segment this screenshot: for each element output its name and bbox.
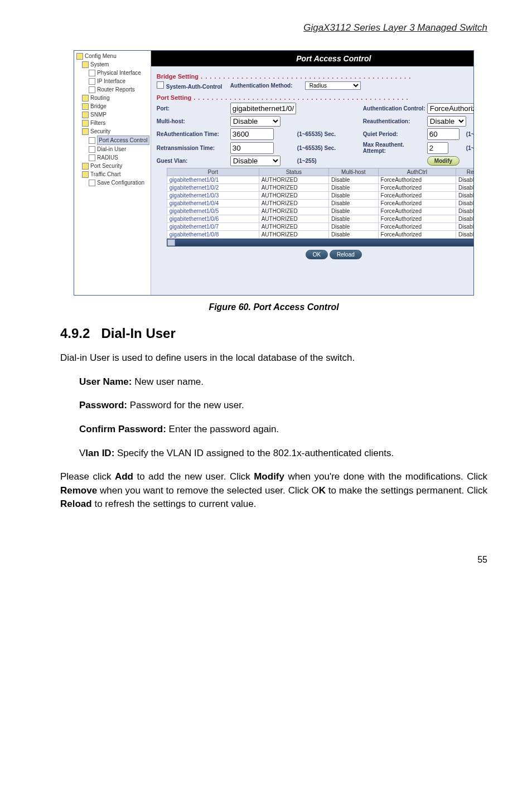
th-status[interactable]: Status <box>259 168 328 176</box>
port-section-title: Port Setting . . . . . . . . . . . . . .… <box>157 94 474 101</box>
table-cell: Disable <box>328 184 378 192</box>
figure-caption: Figure 60. Port Access Control <box>60 302 487 312</box>
table-cell: ForceAuthorized <box>378 231 456 239</box>
auth-control-label: Authentication Control: <box>363 105 427 112</box>
table-cell: Disable <box>456 223 474 231</box>
th-authctrl[interactable]: AuthCtrl <box>378 168 456 176</box>
guest-vlan-select[interactable]: Disable <box>230 156 280 166</box>
auth-method-select[interactable]: Radius <box>305 81 361 90</box>
scroll-left-icon[interactable] <box>167 239 175 246</box>
tree-dial-in-user[interactable]: Dial-in User <box>76 145 149 153</box>
bridge-section-title: Bridge Setting . . . . . . . . . . . . .… <box>157 73 474 80</box>
table-cell: AUTHORIZED <box>259 231 328 239</box>
table-row[interactable]: gigabitethernet1/0/6AUTHORIZEDDisableFor… <box>167 215 474 223</box>
retrans-time-unit: (1~65535) Sec. <box>297 145 363 151</box>
tree-save-configuration[interactable]: Save Configuration <box>76 178 149 187</box>
folder-icon <box>82 128 89 135</box>
quiet-period-input[interactable] <box>427 128 460 140</box>
table-row[interactable]: gigabitethernet1/0/8AUTHORIZEDDisableFor… <box>167 231 474 239</box>
port-table: Port Status Multi-host AuthCtrl ReAuth g… <box>167 168 474 246</box>
folder-icon <box>82 61 89 68</box>
folder-icon <box>82 120 89 127</box>
table-cell: gigabitethernet1/0/8 <box>167 231 259 239</box>
th-reauth[interactable]: ReAuth <box>456 168 474 176</box>
tree-snmp[interactable]: SNMP <box>76 110 149 119</box>
table-cell: gigabitethernet1/0/1 <box>167 176 259 184</box>
tree-routing[interactable]: Routing <box>76 94 149 102</box>
quiet-period-label: Quiet Period: <box>363 131 427 137</box>
table-header-row: Port Status Multi-host AuthCtrl ReAuth <box>167 168 474 176</box>
guest-vlan-label: Guest Vlan: <box>157 158 230 164</box>
table-cell: Disable <box>328 223 378 231</box>
system-auth-label: System-Auth-Control <box>166 84 223 90</box>
reload-button[interactable]: Reload <box>330 250 362 259</box>
tree-router-reports[interactable]: Router Reports <box>76 85 149 94</box>
ok-button[interactable]: OK <box>306 250 328 259</box>
page-number: 55 <box>60 521 487 565</box>
max-attempt-label: Max Reauthent. Attempt: <box>363 142 427 154</box>
reauth-select[interactable]: Disable <box>427 116 466 127</box>
table-cell: Disable <box>456 176 474 184</box>
multihost-select[interactable]: Disable <box>230 116 280 127</box>
table-cell: Disable <box>456 231 474 239</box>
table-row[interactable]: gigabitethernet1/0/2AUTHORIZEDDisableFor… <box>167 184 474 192</box>
system-auth-checkbox[interactable] <box>157 81 164 89</box>
folder-icon <box>82 95 89 101</box>
tree-system[interactable]: System <box>76 60 149 69</box>
tree-physical-interface[interactable]: Physical Interface <box>76 69 149 77</box>
auth-control-select[interactable]: ForceAuthorized <box>427 103 474 114</box>
section-heading: 4.9.2 Dial-In User <box>60 326 487 341</box>
auth-method-label: Authentication Method: <box>230 83 305 89</box>
modify-button[interactable]: Modify <box>427 156 460 166</box>
horizontal-scrollbar[interactable] <box>167 239 474 246</box>
tree-port-security[interactable]: Port Security <box>76 162 149 170</box>
table-cell: AUTHORIZED <box>259 184 328 192</box>
table-cell: AUTHORIZED <box>259 223 328 231</box>
tree-root[interactable]: Config Menu <box>76 52 149 60</box>
tree-radius[interactable]: RADIUS <box>76 153 149 162</box>
max-attempt-input[interactable] <box>427 142 448 154</box>
port-input[interactable] <box>230 103 296 114</box>
port-label: Port: <box>157 105 230 112</box>
tree-security[interactable]: Security <box>76 127 149 136</box>
multihost-label: Multi-host: <box>157 118 230 124</box>
table-cell: AUTHORIZED <box>259 200 328 207</box>
table-cell: Disable <box>456 207 474 215</box>
retrans-time-input[interactable] <box>230 142 274 154</box>
tree-ip-interface[interactable]: IP Interface <box>76 77 149 85</box>
folder-icon <box>82 112 89 118</box>
page-icon <box>89 180 95 186</box>
screenshot-window: Config Menu System Physical Interface IP… <box>74 50 474 296</box>
table-cell: AUTHORIZED <box>259 176 328 184</box>
folder-icon <box>82 171 89 178</box>
reauth-time-label: ReAuthentication Time: <box>157 131 230 137</box>
table-row[interactable]: gigabitethernet1/0/3AUTHORIZEDDisableFor… <box>167 192 474 200</box>
folder-icon <box>82 103 89 110</box>
th-multihost[interactable]: Multi-host <box>328 168 378 176</box>
table-cell: gigabitethernet1/0/4 <box>167 200 259 207</box>
table-cell: Disable <box>328 207 378 215</box>
quiet-period-unit: (1~65535) Sec. <box>466 131 474 137</box>
field-confirm-password: Confirm Password: Enter the password aga… <box>79 423 487 437</box>
table-cell: Disable <box>456 192 474 200</box>
table-row[interactable]: gigabitethernet1/0/7AUTHORIZEDDisableFor… <box>167 223 474 231</box>
table-cell: Disable <box>328 231 378 239</box>
tree-filters[interactable]: Filters <box>76 119 149 127</box>
section-intro: Dial-in User is used to define users in … <box>60 351 487 365</box>
table-row[interactable]: gigabitethernet1/0/1AUTHORIZEDDisableFor… <box>167 176 474 184</box>
table-cell: Disable <box>328 192 378 200</box>
page-icon <box>89 86 95 93</box>
table-row[interactable]: gigabitethernet1/0/5AUTHORIZEDDisableFor… <box>167 207 474 215</box>
table-cell: Disable <box>456 184 474 192</box>
table-row[interactable]: gigabitethernet1/0/4AUTHORIZEDDisableFor… <box>167 200 474 207</box>
th-port[interactable]: Port <box>167 168 259 176</box>
reauth-time-input[interactable] <box>230 128 274 140</box>
tree-bridge[interactable]: Bridge <box>76 102 149 110</box>
table-cell: ForceAuthorized <box>378 223 456 231</box>
table-cell: ForceAuthorized <box>378 192 456 200</box>
table-cell: AUTHORIZED <box>259 215 328 223</box>
guest-vlan-range: (1~255) <box>297 158 363 164</box>
tree-traffic-chart[interactable]: Traffic Chart <box>76 170 149 178</box>
tree-port-access-control[interactable]: Port Access Control <box>76 136 149 145</box>
field-vlan-id: Vlan ID: Specify the VLAN ID assigned to… <box>79 447 487 461</box>
